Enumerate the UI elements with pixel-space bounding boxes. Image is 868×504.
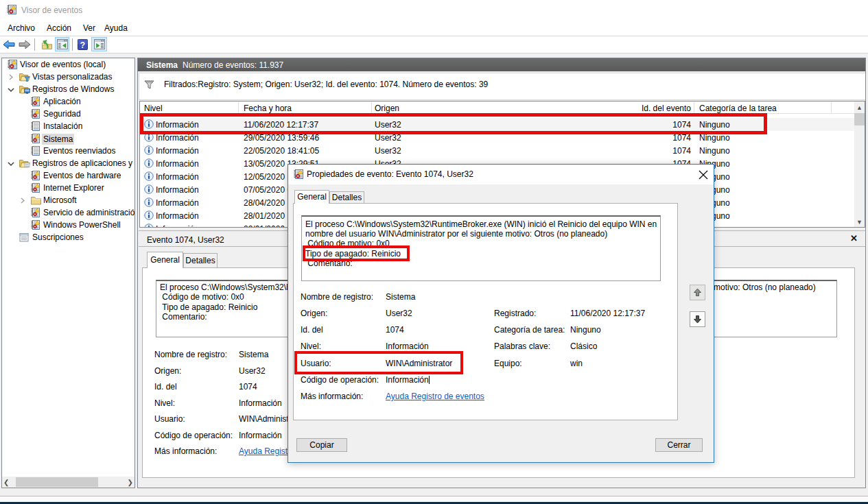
svg-text:?: ? [80, 40, 85, 50]
